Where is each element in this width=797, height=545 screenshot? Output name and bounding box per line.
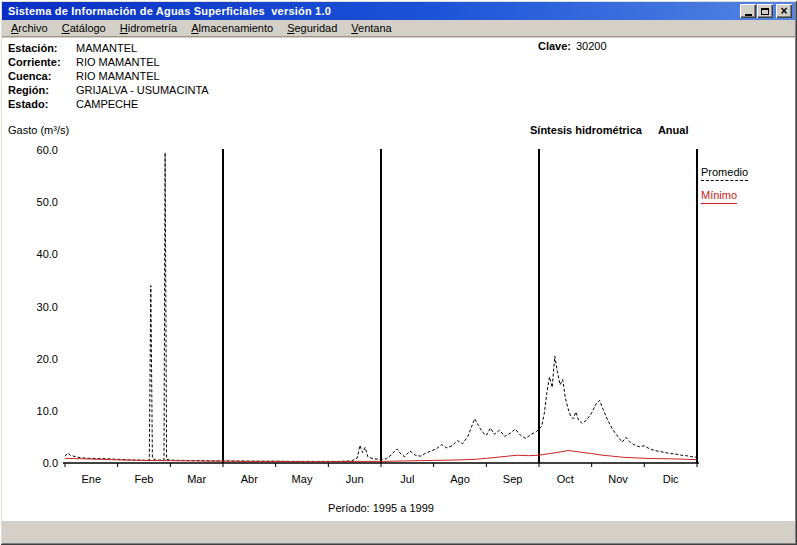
month-label-jul: Jul (385, 473, 429, 485)
legend-minimo: Mínimo (701, 189, 737, 204)
chart-title-text: Síntesis hidrométrica (530, 124, 642, 136)
info-row: Corriente:RIO MAMANTEL (8, 54, 209, 68)
legend-minimo-label: Mínimo (701, 189, 737, 201)
y-tick-label: 20.0 (18, 353, 58, 365)
month-label-jun: Jun (333, 473, 377, 485)
month-label-sep: Sep (491, 473, 535, 485)
info-value: CAMPECHE (76, 98, 138, 110)
info-value: GRIJALVA - USUMACINTA (76, 84, 209, 96)
month-label-nov: Nov (596, 473, 640, 485)
chart-mode-label: Anual (658, 124, 689, 136)
info-row: Región:GRIJALVA - USUMACINTA (8, 82, 209, 96)
month-label-abr: Abr (227, 473, 271, 485)
period-label: Período: 1995 a 1999 (65, 502, 697, 514)
y-tick-label: 60.0 (18, 144, 58, 156)
info-row: Estado:CAMPECHE (8, 96, 209, 110)
month-label-ene: Ene (69, 473, 113, 485)
info-value: RIO MAMANTEL (76, 56, 160, 68)
y-tick-label: 50.0 (18, 196, 58, 208)
y-tick-label: 30.0 (18, 301, 58, 313)
legend-promedio: Promedio (701, 166, 748, 181)
y-axis-title: Gasto (m³/s) (8, 124, 69, 136)
month-label-dic: Dic (649, 473, 693, 485)
info-label: Región: (8, 83, 76, 97)
y-tick-label: 0.0 (18, 457, 58, 469)
clave-label: Clave: (538, 40, 576, 52)
month-label-mar: Mar (175, 473, 219, 485)
info-value: MAMANTEL (76, 42, 137, 54)
month-label-oct: Oct (543, 473, 587, 485)
legend-promedio-label: Promedio (701, 166, 748, 178)
chart-title: Síntesis hidrométrica Anual (530, 124, 688, 136)
series-promedio (65, 153, 697, 462)
y-tick-label: 40.0 (18, 248, 58, 260)
app-window: Sistema de Información de Aguas Superfic… (0, 0, 797, 545)
chart-legend: Promedio Mínimo (701, 166, 748, 204)
clave-field: Clave:30200 (538, 40, 607, 52)
info-value: RIO MAMANTEL (76, 70, 160, 82)
series-minimo (65, 451, 697, 462)
month-label-feb: Feb (122, 473, 166, 485)
month-label-ago: Ago (438, 473, 482, 485)
info-row: Cuenca:RIO MAMANTEL (8, 68, 209, 82)
month-label-may: May (280, 473, 324, 485)
station-info-panel: Estación:MAMANTELCorriente:RIO MAMANTELC… (8, 40, 209, 110)
chart-layer: Estación:MAMANTELCorriente:RIO MAMANTELC… (0, 0, 797, 545)
clave-value: 30200 (576, 40, 607, 52)
info-row: Estación:MAMANTEL (8, 40, 209, 54)
info-label: Corriente: (8, 55, 76, 69)
info-label: Cuenca: (8, 69, 76, 83)
y-tick-label: 10.0 (18, 405, 58, 417)
info-label: Estación: (8, 41, 76, 55)
info-label: Estado: (8, 97, 76, 111)
